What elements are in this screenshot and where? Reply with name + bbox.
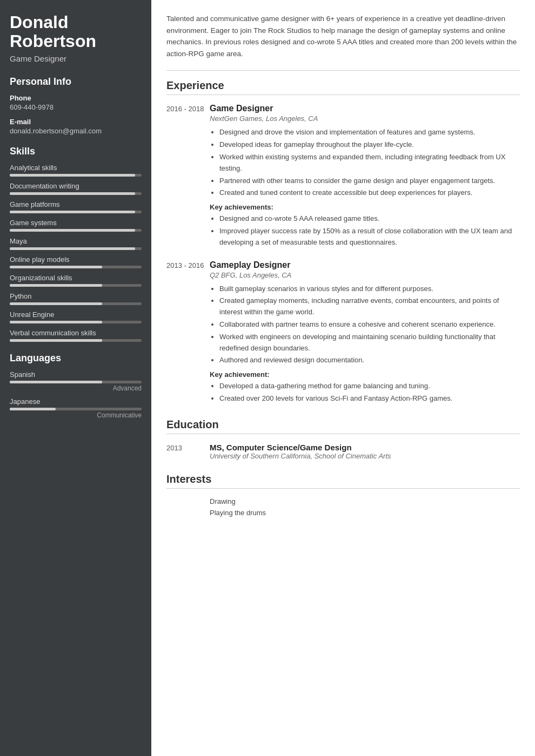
edu-school: University of Southern California, Schoo…	[210, 452, 391, 460]
skill-item: Documentation writing	[10, 182, 142, 195]
experience-entry: 2016 - 2018 Game Designer NextGen Games,…	[166, 104, 520, 249]
exp-bullet: Created and tuned content to create acce…	[219, 187, 520, 199]
email-value: donald.robertson@gmail.com	[10, 127, 142, 135]
skill-name: Unreal Engine	[10, 310, 142, 319]
skill-name: Documentation writing	[10, 182, 142, 190]
skill-name: Game platforms	[10, 200, 142, 208]
skill-bar-fill	[10, 302, 102, 305]
languages-heading: Languages	[10, 353, 142, 364]
language-name: Japanese	[10, 397, 142, 406]
exp-company: NextGen Games, Los Angeles, CA	[210, 114, 520, 123]
skill-name: Verbal communication skills	[10, 329, 142, 337]
achievement-bullet: Developed a data-gathering method for ga…	[219, 381, 520, 392]
skill-name: Python	[10, 292, 142, 300]
skill-item: Online play models	[10, 255, 142, 268]
exp-dates: 2016 - 2018	[166, 104, 210, 249]
skill-bar-background	[10, 211, 142, 213]
education-section: Education 2013 MS, Computer Science/Game…	[166, 418, 520, 460]
skills-heading: Skills	[10, 146, 142, 157]
personal-info-heading: Personal Info	[10, 76, 142, 87]
skill-bar-fill	[10, 284, 102, 287]
key-achievements-label: Key achievement:	[210, 370, 520, 379]
skill-name: Analytical skills	[10, 164, 142, 172]
skill-bar-background	[10, 266, 142, 268]
skill-item: Game platforms	[10, 200, 142, 213]
education-heading: Education	[166, 418, 520, 434]
skill-bar-background	[10, 284, 142, 287]
skill-item: Python	[10, 292, 142, 305]
exp-bullet: Created gameplay moments, including narr…	[219, 295, 520, 318]
skill-bar-background	[10, 302, 142, 305]
exp-bullet: Worked within existing systems and expan…	[219, 152, 520, 174]
achievement-bullet: Designed and co-wrote 5 AAA released gam…	[219, 213, 520, 225]
skill-item: Analytical skills	[10, 164, 142, 177]
skill-item: Verbal communication skills	[10, 329, 142, 342]
education-list: 2013 MS, Computer Science/Game Design Un…	[166, 443, 520, 460]
language-bar-fill	[10, 408, 56, 410]
skill-item: Organizational skills	[10, 274, 142, 287]
skills-list: Analytical skills Documentation writing …	[10, 164, 142, 342]
exp-content: Game Designer NextGen Games, Los Angeles…	[210, 104, 520, 249]
interests-heading: Interests	[166, 473, 520, 489]
exp-company: Q2 BFG, Los Angeles, CA	[210, 271, 520, 279]
exp-bullet: Partnered with other teams to consider t…	[219, 176, 520, 187]
exp-bullet: Developed ideas for gameplay throughout …	[219, 139, 520, 151]
language-bar-background	[10, 408, 142, 410]
skill-name: Maya	[10, 237, 142, 245]
achievement-bullet: Created over 200 levels for various Sci-…	[219, 393, 520, 404]
skill-bar-fill	[10, 321, 102, 323]
languages-list: Spanish Advanced Japanese Communicative	[10, 370, 142, 419]
skill-bar-background	[10, 321, 142, 323]
exp-bullet: Collaborated with partner teams to ensur…	[219, 319, 520, 330]
phone-value: 609-440-9978	[10, 103, 142, 111]
skill-bar-fill	[10, 247, 135, 250]
skill-bar-background	[10, 247, 142, 250]
main-content: Talented and communicative game designer…	[151, 0, 535, 756]
skill-name: Game systems	[10, 219, 142, 227]
summary-text: Talented and communicative game designer…	[166, 13, 520, 59]
exp-job-title: Game Designer	[210, 104, 520, 113]
exp-bullet: Authored and reviewed design documentati…	[219, 355, 520, 366]
language-level: Advanced	[10, 384, 142, 392]
achievements-list: Designed and co-wrote 5 AAA released gam…	[210, 213, 520, 248]
skill-bar-background	[10, 192, 142, 195]
skill-item: Maya	[10, 237, 142, 250]
key-achievements-label: Key achievements:	[210, 203, 520, 211]
language-level: Communicative	[10, 411, 142, 419]
exp-dates: 2013 - 2016	[166, 260, 210, 406]
achievement-bullet: Improved player success rate by 150% as …	[219, 226, 520, 248]
achievements-list: Developed a data-gathering method for ga…	[210, 381, 520, 404]
interests-list: DrawingPlaying the drums	[166, 497, 520, 517]
sidebar: DonaldRobertson Game Designer Personal I…	[0, 0, 151, 756]
exp-bullet: Designed and drove the vision and implem…	[219, 127, 520, 138]
exp-content: Gameplay Designer Q2 BFG, Los Angeles, C…	[210, 260, 520, 406]
language-item: Spanish Advanced	[10, 370, 142, 392]
edu-content: MS, Computer Science/Game Design Univers…	[210, 443, 391, 460]
skill-name: Organizational skills	[10, 274, 142, 282]
skill-bar-background	[10, 339, 142, 342]
phone-label: Phone	[10, 94, 142, 102]
skill-bar-background	[10, 229, 142, 232]
education-entry: 2013 MS, Computer Science/Game Design Un…	[166, 443, 520, 460]
skill-bar-fill	[10, 211, 135, 213]
experience-entry: 2013 - 2016 Gameplay Designer Q2 BFG, Lo…	[166, 260, 520, 406]
person-name: DonaldRobertson	[10, 13, 142, 51]
person-title: Game Designer	[10, 54, 142, 63]
exp-job-title: Gameplay Designer	[210, 260, 520, 270]
skill-bar-background	[10, 174, 142, 177]
exp-bullets-list: Built gameplay scenarios in various styl…	[210, 284, 520, 367]
skill-item: Game systems	[10, 219, 142, 232]
language-name: Spanish	[10, 370, 142, 379]
exp-bullets-list: Designed and drove the vision and implem…	[210, 127, 520, 199]
skill-bar-fill	[10, 192, 135, 195]
experience-section: Experience 2016 - 2018 Game Designer Nex…	[166, 79, 520, 405]
skill-bar-fill	[10, 229, 135, 232]
exp-bullet: Worked with engineers on developing and …	[219, 332, 520, 354]
skill-bar-fill	[10, 174, 135, 177]
email-label: E-mail	[10, 118, 142, 126]
experience-heading: Experience	[166, 79, 520, 95]
skill-name: Online play models	[10, 255, 142, 264]
edu-date: 2013	[166, 443, 210, 460]
exp-bullet: Built gameplay scenarios in various styl…	[219, 284, 520, 295]
interest-item: Playing the drums	[166, 509, 520, 517]
